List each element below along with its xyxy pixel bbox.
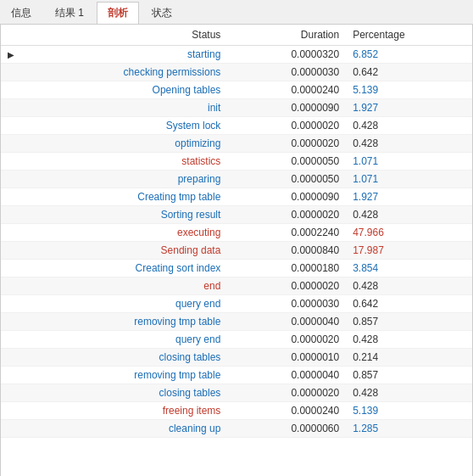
table-row[interactable]: checking permissions0.00000300.642 (1, 64, 472, 81)
row-duration: 0.0000060 (227, 420, 346, 438)
row-percentage: 6.852 (346, 46, 472, 64)
row-percentage: 17.987 (346, 242, 472, 260)
row-percentage: 5.139 (346, 81, 472, 99)
table-row[interactable]: optimizing0.00000200.428 (1, 135, 472, 153)
row-arrow (1, 367, 14, 384)
row-duration: 0.0000030 (227, 295, 346, 313)
row-arrow (1, 331, 14, 349)
row-status: Sending data (14, 242, 227, 260)
row-percentage: 1.927 (346, 188, 472, 206)
row-status: Sorting result (14, 206, 227, 224)
table-row[interactable]: removing tmp table0.00000400.857 (1, 367, 472, 384)
table-row[interactable]: closing tables0.00000200.428 (1, 384, 472, 402)
row-status: Creating tmp table (14, 188, 227, 206)
tab-info[interactable]: 信息 (0, 2, 42, 24)
row-percentage: 0.857 (346, 367, 472, 384)
table-row[interactable]: Opening tables0.00002405.139 (1, 81, 472, 99)
row-percentage: 0.214 (346, 349, 472, 367)
row-percentage: 1.071 (346, 153, 472, 171)
row-arrow (1, 153, 14, 171)
row-arrow (1, 420, 14, 438)
table-row[interactable]: Sending data0.000084017.987 (1, 242, 472, 260)
row-arrow (1, 402, 14, 420)
table-row[interactable]: System lock0.00000200.428 (1, 117, 472, 135)
row-arrow (1, 384, 14, 402)
row-arrow: ▶ (1, 46, 14, 64)
row-status: System lock (14, 117, 227, 135)
table-row[interactable]: cleaning up0.00000601.285 (1, 420, 472, 438)
row-status: freeing items (14, 402, 227, 420)
row-duration: 0.0000020 (227, 331, 346, 349)
row-status: Creating sort index (14, 260, 227, 277)
row-percentage: 0.642 (346, 64, 472, 81)
row-duration: 0.0000020 (227, 206, 346, 224)
row-arrow (1, 349, 14, 367)
row-percentage: 0.428 (346, 117, 472, 135)
row-percentage: 0.428 (346, 331, 472, 349)
row-status: optimizing (14, 135, 227, 153)
row-duration: 0.0002240 (227, 224, 346, 242)
row-duration: 0.0000050 (227, 153, 346, 171)
row-arrow (1, 295, 14, 313)
row-percentage: 3.854 (346, 260, 472, 277)
row-duration: 0.0000020 (227, 384, 346, 402)
row-arrow (1, 117, 14, 135)
row-duration: 0.0000040 (227, 313, 346, 331)
row-duration: 0.0000020 (227, 135, 346, 153)
tabs-container: 信息结果 1剖析状态 Status Duration Percentage ▶s… (0, 0, 473, 476)
row-arrow (1, 224, 14, 242)
table-row[interactable]: end0.00000200.428 (1, 277, 472, 295)
row-percentage: 0.428 (346, 277, 472, 295)
row-percentage: 0.428 (346, 135, 472, 153)
table-row[interactable]: Creating tmp table0.00000901.927 (1, 188, 472, 206)
row-duration: 0.0000090 (227, 188, 346, 206)
row-status: closing tables (14, 349, 227, 367)
row-duration: 0.0000020 (227, 277, 346, 295)
row-percentage: 0.428 (346, 384, 472, 402)
row-status: end (14, 277, 227, 295)
table-row[interactable]: closing tables0.00000100.214 (1, 349, 472, 367)
tab-status[interactable]: 状态 (141, 2, 183, 24)
table-row[interactable]: query end0.00000300.642 (1, 295, 472, 313)
row-arrow (1, 135, 14, 153)
row-duration: 0.0000240 (227, 81, 346, 99)
row-arrow (1, 242, 14, 260)
table-row[interactable]: ▶starting0.00003206.852 (1, 46, 472, 64)
row-arrow (1, 313, 14, 331)
row-arrow (1, 64, 14, 81)
row-duration: 0.0000240 (227, 402, 346, 420)
row-arrow (1, 188, 14, 206)
table-row[interactable]: Creating sort index0.00001803.854 (1, 260, 472, 277)
expand-arrow-icon: ▶ (8, 50, 14, 59)
table-row[interactable]: init0.00000901.927 (1, 99, 472, 117)
row-arrow (1, 81, 14, 99)
table-row[interactable]: freeing items0.00002405.139 (1, 402, 472, 420)
row-duration: 0.0000320 (227, 46, 346, 64)
table-row[interactable]: preparing0.00000501.071 (1, 171, 472, 188)
tab-content: Status Duration Percentage ▶starting0.00… (0, 25, 473, 476)
table-row[interactable]: statistics0.00000501.071 (1, 153, 472, 171)
row-status: init (14, 99, 227, 117)
table-row[interactable]: Sorting result0.00000200.428 (1, 206, 472, 224)
row-percentage: 47.966 (346, 224, 472, 242)
row-percentage: 1.071 (346, 171, 472, 188)
tab-result1[interactable]: 结果 1 (44, 2, 95, 24)
row-status: removing tmp table (14, 367, 227, 384)
row-duration: 0.0000040 (227, 367, 346, 384)
row-duration: 0.0000020 (227, 117, 346, 135)
row-duration: 0.0000010 (227, 349, 346, 367)
row-percentage: 5.139 (346, 402, 472, 420)
table-row[interactable]: executing0.000224047.966 (1, 224, 472, 242)
row-status: preparing (14, 171, 227, 188)
row-duration: 0.0000180 (227, 260, 346, 277)
row-percentage: 1.285 (346, 420, 472, 438)
row-status: query end (14, 331, 227, 349)
row-status: executing (14, 224, 227, 242)
row-percentage: 0.857 (346, 313, 472, 331)
tab-bar: 信息结果 1剖析状态 (0, 0, 473, 25)
tab-profile[interactable]: 剖析 (97, 2, 139, 24)
row-percentage: 0.428 (346, 206, 472, 224)
table-row[interactable]: query end0.00000200.428 (1, 331, 472, 349)
row-status: removing tmp table (14, 313, 227, 331)
table-row[interactable]: removing tmp table0.00000400.857 (1, 313, 472, 331)
